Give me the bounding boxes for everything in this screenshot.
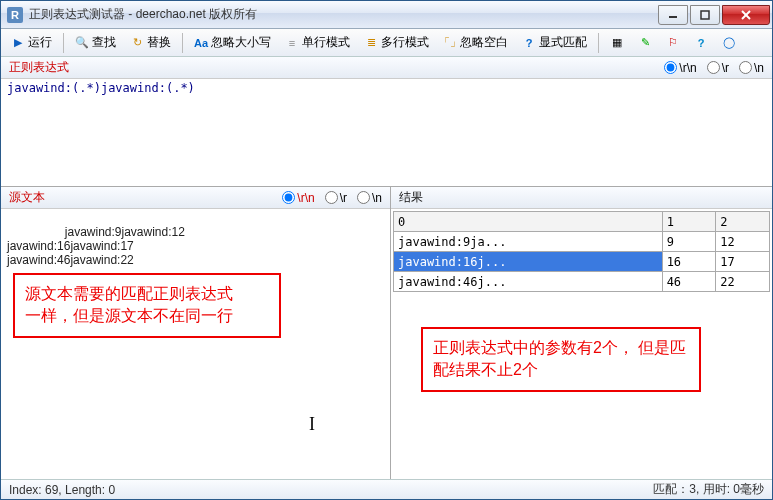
table-cell: 16 [662,252,716,272]
explicit-icon: ? [522,36,536,50]
table-cell: 9 [662,232,716,252]
singleline-icon: ≡ [285,36,299,50]
regex-input[interactable]: javawind:(.*)javawind:(.*) [1,79,772,187]
table-cell: 17 [716,252,770,272]
ignorews-label: 忽略空白 [460,34,508,51]
status-right: 匹配：3, 用时: 0毫秒 [653,481,764,498]
regex-radio-r[interactable]: \r [707,61,729,75]
col-2[interactable]: 2 [716,212,770,232]
result-grid[interactable]: 0 1 2 javawind:9ja...912javawind:16j...1… [391,209,772,479]
multiline-toggle[interactable]: ≣多行模式 [358,32,435,54]
app-icon: R [7,7,23,23]
table-cell: 22 [716,272,770,292]
singleline-toggle[interactable]: ≡单行模式 [279,32,356,54]
run-button[interactable]: ▶运行 [5,32,58,54]
ignorecase-label: 忽略大小写 [211,34,271,51]
status-left: Index: 69, Length: 0 [9,483,115,497]
svg-rect-1 [701,11,709,19]
ignorecase-toggle[interactable]: Aa忽略大小写 [188,32,277,54]
source-linebreak-radios: \r\n \r \n [274,191,382,205]
source-radio-n[interactable]: \n [357,191,382,205]
multiline-icon: ≣ [364,36,378,50]
statusbar: Index: 69, Length: 0 匹配：3, 用时: 0毫秒 [1,479,772,499]
source-radio-rn[interactable]: \r\n [282,191,314,205]
tool-btn-2[interactable]: ✎ [632,32,658,54]
doc-icon: ✎ [638,36,652,50]
flag-icon: ⚐ [666,36,680,50]
case-icon: Aa [194,36,208,50]
maximize-button[interactable] [690,5,720,25]
toolbar: ▶运行 🔍查找 ↻替换 Aa忽略大小写 ≡单行模式 ≣多行模式 「」忽略空白 ?… [1,29,772,57]
source-input[interactable]: javawind:9javawind:12 javawind:16javawin… [1,209,390,479]
titlebar: R 正则表达式测试器 - deerchao.net 版权所有 [1,1,772,29]
explicit-label: 显式匹配 [539,34,587,51]
find-button[interactable]: 🔍查找 [69,32,122,54]
circle-icon: ◯ [722,36,736,50]
grid-icon: ▦ [610,36,624,50]
col-0[interactable]: 0 [394,212,663,232]
source-label: 源文本 [9,189,45,206]
result-label: 结果 [399,189,423,206]
result-table: 0 1 2 javawind:9ja...912javawind:16j...1… [393,211,770,292]
source-radio-r[interactable]: \r [325,191,347,205]
col-1[interactable]: 1 [662,212,716,232]
table-cell: javawind:9ja... [394,232,663,252]
annotation-left: 源文本需要的匹配正则表达式 一样，但是源文本不在同一行 [13,273,281,338]
regex-radio-n[interactable]: \n [739,61,764,75]
singleline-label: 单行模式 [302,34,350,51]
regex-label: 正则表达式 [9,59,69,76]
replace-label: 替换 [147,34,171,51]
find-label: 查找 [92,34,116,51]
tool-btn-5[interactable]: ◯ [716,32,742,54]
table-cell: javawind:46j... [394,272,663,292]
table-cell: javawind:16j... [394,252,663,272]
annotation-right: 正则表达式中的参数有2个， 但是匹配结果不止2个 [421,327,701,392]
table-row[interactable]: javawind:9ja...912 [394,232,770,252]
whitespace-icon: 「」 [443,36,457,50]
explicit-toggle[interactable]: ?显式匹配 [516,32,593,54]
tool-btn-3[interactable]: ⚐ [660,32,686,54]
multiline-label: 多行模式 [381,34,429,51]
text-cursor-icon: I [309,414,315,435]
regex-header: 正则表达式 \r\n \r \n [1,57,772,79]
source-header: 源文本 \r\n \r \n [1,187,390,209]
replace-button[interactable]: ↻替换 [124,32,177,54]
table-row[interactable]: javawind:16j...1617 [394,252,770,272]
titlebar-text: 正则表达式测试器 - deerchao.net 版权所有 [29,6,656,23]
help-icon: ? [694,36,708,50]
source-content: javawind:9javawind:12 javawind:16javawin… [7,225,185,267]
tool-btn-1[interactable]: ▦ [604,32,630,54]
table-row[interactable]: javawind:46j...4622 [394,272,770,292]
run-label: 运行 [28,34,52,51]
replace-icon: ↻ [130,36,144,50]
search-icon: 🔍 [75,36,89,50]
table-cell: 46 [662,272,716,292]
regex-radio-rn[interactable]: \r\n [664,61,696,75]
table-cell: 12 [716,232,770,252]
help-button[interactable]: ? [688,32,714,54]
minimize-button[interactable] [658,5,688,25]
play-icon: ▶ [11,36,25,50]
regex-linebreak-radios: \r\n \r \n [656,61,764,75]
app-window: R 正则表达式测试器 - deerchao.net 版权所有 ▶运行 🔍查找 ↻… [0,0,773,500]
close-button[interactable] [722,5,770,25]
ignorews-toggle[interactable]: 「」忽略空白 [437,32,514,54]
result-header: 结果 [391,187,772,209]
